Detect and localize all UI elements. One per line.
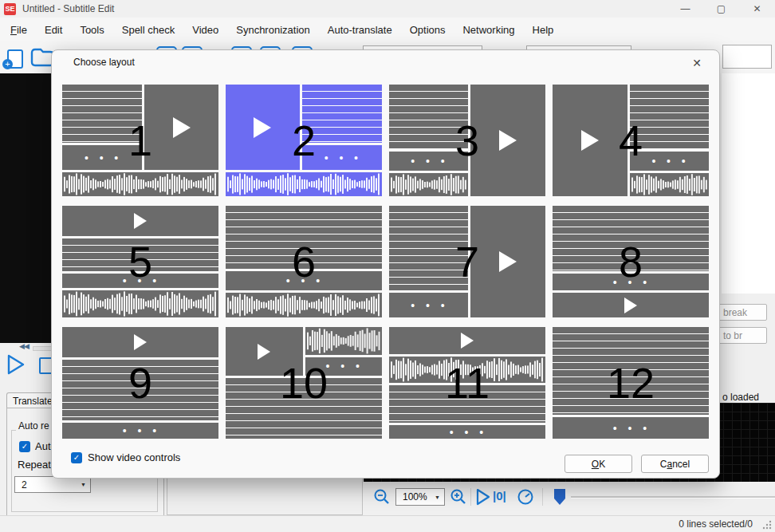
menu-auto-translate[interactable]: Auto-translate bbox=[319, 24, 401, 36]
subtitle-list-view[interactable] bbox=[722, 73, 775, 294]
subtitle-list-panel bbox=[226, 378, 382, 439]
window-title: Untitled - Subtitle Edit bbox=[22, 3, 114, 14]
menu-synchronization[interactable]: Synchronization bbox=[227, 24, 319, 36]
subtitle-list-panel bbox=[389, 206, 468, 290]
menu-spell-check[interactable]: Spell check bbox=[113, 24, 183, 36]
menu-video[interactable]: Video bbox=[183, 24, 227, 36]
subtitle-list-panel bbox=[62, 238, 218, 271]
waveform-panel bbox=[389, 173, 468, 196]
subtitle-list-panel bbox=[630, 85, 709, 149]
repeat-count-select[interactable]: 2 ▼ bbox=[14, 476, 91, 493]
menu-help[interactable]: Help bbox=[524, 24, 563, 36]
edit-panel bbox=[226, 271, 382, 290]
video-panel bbox=[553, 293, 709, 317]
resize-grip[interactable] bbox=[762, 520, 772, 530]
dialog-title: Choose layout bbox=[73, 57, 135, 68]
video-loaded-label: o loaded bbox=[722, 392, 759, 403]
video-panel bbox=[470, 206, 545, 317]
waveform-panel bbox=[226, 172, 382, 196]
edit-panel bbox=[389, 152, 468, 171]
rewind-icon[interactable]: ◀◀ bbox=[19, 342, 29, 350]
waveform-controls-bar: 100% ▼ |0| bbox=[364, 482, 775, 512]
layout-option-11[interactable]: 11 bbox=[389, 327, 545, 439]
open-file-icon[interactable] bbox=[30, 46, 49, 67]
play-waveform-icon[interactable] bbox=[475, 488, 491, 506]
maximize-icon[interactable]: ▢ bbox=[703, 0, 739, 18]
minimize-icon[interactable]: — bbox=[667, 0, 703, 18]
position-slider[interactable] bbox=[571, 496, 775, 499]
waveform-zoom-select[interactable]: 100% ▼ bbox=[395, 488, 445, 506]
auto-repeat-checkbox[interactable]: ✓ bbox=[19, 441, 30, 452]
selection-status: 0 lines selected/0 bbox=[679, 518, 753, 530]
menu-file[interactable]: File bbox=[2, 24, 36, 36]
video-panel bbox=[226, 85, 300, 170]
app-window: SE Untitled - Subtitle Edit — ▢ ✕ File E… bbox=[0, 0, 775, 532]
edit-panel bbox=[302, 145, 382, 170]
layout-option-3[interactable]: 3 bbox=[389, 85, 545, 196]
edit-panel bbox=[553, 274, 709, 290]
subtitle-list-panel bbox=[389, 85, 468, 149]
app-icon: SE bbox=[4, 3, 16, 15]
playback-speed-icon[interactable] bbox=[517, 488, 534, 506]
position-marker-icon[interactable] bbox=[553, 488, 566, 506]
repeat-count-label: Repeat bbox=[18, 459, 51, 471]
layout-option-1[interactable]: 1 bbox=[62, 85, 218, 196]
waveform-panel bbox=[305, 327, 383, 355]
choose-layout-dialog: Choose layout ✕ 1 bbox=[51, 49, 720, 479]
layout-option-8[interactable]: 8 bbox=[553, 206, 709, 317]
edit-panel bbox=[62, 274, 218, 288]
show-video-controls-label: Show video controls bbox=[88, 451, 180, 463]
subtitle-list-panel bbox=[302, 85, 382, 143]
video-panel bbox=[62, 327, 218, 357]
menu-networking[interactable]: Networking bbox=[454, 24, 523, 36]
waveform-panel bbox=[630, 173, 709, 196]
waveform-panel bbox=[226, 293, 382, 317]
zoom-out-icon[interactable] bbox=[373, 488, 391, 506]
edit-panel bbox=[305, 357, 383, 376]
subtitle-list-panel bbox=[553, 206, 709, 271]
title-bar: SE Untitled - Subtitle Edit — ▢ ✕ bbox=[0, 0, 775, 18]
subtitle-list-panel bbox=[226, 206, 382, 269]
zoom-in-icon[interactable] bbox=[450, 488, 467, 506]
menu-edit[interactable]: Edit bbox=[36, 24, 71, 36]
menu-tools[interactable]: Tools bbox=[71, 24, 112, 36]
ok-button[interactable]: OK bbox=[565, 455, 632, 473]
play-from-zero-icon[interactable]: |0| bbox=[493, 489, 506, 502]
edit-panel bbox=[389, 425, 545, 439]
video-panel bbox=[553, 85, 627, 196]
layout-option-6[interactable]: 6 bbox=[226, 206, 382, 317]
layout-option-2[interactable]: 2 bbox=[226, 85, 382, 196]
layout-option-5[interactable]: 5 bbox=[62, 206, 218, 317]
layout-option-7[interactable]: 7 bbox=[389, 206, 545, 317]
dialog-close-icon[interactable]: ✕ bbox=[689, 55, 705, 71]
menu-options[interactable]: Options bbox=[401, 24, 454, 36]
subtitle-list-panel bbox=[389, 385, 545, 423]
layout-option-4[interactable]: 4 bbox=[553, 85, 709, 196]
cancel-button[interactable]: Cancel bbox=[641, 455, 709, 473]
new-file-icon[interactable]: + bbox=[2, 46, 22, 67]
toolbar-right-input[interactable] bbox=[722, 45, 772, 69]
close-icon[interactable]: ✕ bbox=[739, 0, 775, 18]
layout-option-12[interactable]: 12 bbox=[553, 327, 709, 439]
waveform-panel bbox=[62, 290, 218, 317]
edit-panel bbox=[630, 152, 709, 171]
play-button[interactable] bbox=[6, 354, 26, 378]
video-panel bbox=[226, 327, 303, 376]
show-video-controls-checkbox[interactable]: ✓ bbox=[71, 452, 82, 463]
chevron-down-icon: ▼ bbox=[81, 482, 86, 487]
edit-panel bbox=[62, 423, 218, 439]
layout-grid: 1 2 bbox=[62, 85, 709, 439]
menu-bar: File Edit Tools Spell check Video Synchr… bbox=[0, 18, 775, 41]
video-panel bbox=[144, 85, 218, 170]
edit-panel bbox=[389, 293, 468, 317]
video-panel bbox=[62, 206, 218, 236]
video-panel bbox=[470, 85, 545, 196]
edit-panel bbox=[62, 145, 142, 170]
auto-repeat-group-label: Auto re bbox=[16, 420, 52, 432]
waveform-panel bbox=[389, 357, 545, 383]
chevron-down-icon: ▼ bbox=[435, 495, 440, 500]
layout-option-9[interactable]: 9 bbox=[62, 327, 218, 439]
subtitle-list-panel bbox=[62, 360, 218, 420]
subtitle-list-panel bbox=[62, 85, 142, 143]
layout-option-10[interactable]: 10 bbox=[226, 327, 382, 439]
